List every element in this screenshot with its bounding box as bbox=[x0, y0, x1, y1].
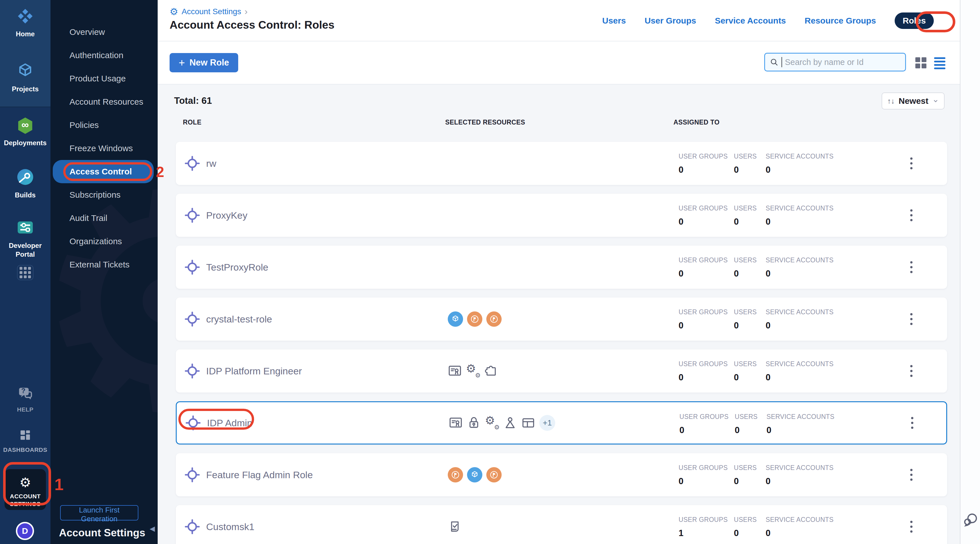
rail-label-help: HELP bbox=[17, 406, 33, 413]
row-menu-button[interactable] bbox=[907, 518, 915, 536]
cube-icon bbox=[16, 62, 34, 81]
feature-flag-resource-icon bbox=[448, 467, 463, 482]
subnav-items: OverviewAuthenticationProduct UsageAccou… bbox=[51, 0, 158, 276]
rail-item-module-picker[interactable] bbox=[0, 265, 51, 280]
text-caret bbox=[781, 57, 782, 67]
row-menu-button[interactable] bbox=[907, 362, 915, 380]
ci-circle-icon bbox=[16, 168, 34, 187]
list-view-button[interactable] bbox=[934, 57, 945, 69]
row-menu-button[interactable] bbox=[908, 414, 916, 432]
stat-label: SERVICE ACCOUNTS bbox=[765, 360, 834, 368]
grid-view-button[interactable] bbox=[915, 57, 926, 68]
rail-item-projects[interactable]: Projects bbox=[0, 62, 51, 93]
rail-label-deployments: Deployments bbox=[4, 138, 47, 147]
stat-label: USERS bbox=[734, 360, 757, 368]
subnav-item-policies[interactable]: Policies bbox=[51, 113, 158, 137]
stat-value: 0 bbox=[765, 217, 834, 227]
stat-value: 0 bbox=[734, 165, 757, 175]
role-row-testproxyrole[interactable]: TestProxyRoleUSER GROUPS0USERS0SERVICE A… bbox=[176, 246, 947, 289]
page-header: ⚙ Account Settings › Account Access Cont… bbox=[158, 0, 960, 41]
stat-user-groups: USER GROUPS0 bbox=[679, 153, 728, 175]
subnav-item-organizations[interactable]: Organizations bbox=[51, 230, 158, 253]
subnav-item-access-control[interactable]: Access Control bbox=[53, 160, 154, 183]
rail-item-account-settings[interactable]: ⚙ ACCOUNT SETTINGS bbox=[0, 476, 51, 508]
subnav-item-overview[interactable]: Overview bbox=[51, 21, 158, 44]
sort-dropdown[interactable]: ↑↓ Newest bbox=[881, 92, 945, 110]
row-menu-button[interactable] bbox=[907, 154, 915, 172]
search-icon bbox=[770, 57, 779, 67]
rail-item-dashboards[interactable]: DASHBOARDS bbox=[0, 429, 51, 453]
tab-roles-active[interactable]: Roles bbox=[895, 13, 934, 29]
tab-links: UsersUser GroupsService AccountsResource… bbox=[602, 16, 876, 25]
row-menu-button[interactable] bbox=[907, 310, 915, 328]
tab-user-groups[interactable]: User Groups bbox=[644, 16, 696, 25]
rail-item-help[interactable]: ? HELP bbox=[0, 386, 51, 413]
person-resource-icon bbox=[503, 416, 517, 430]
rail-item-builds[interactable]: Builds bbox=[0, 168, 51, 199]
toolbar: + New Role bbox=[158, 41, 960, 84]
collapse-panel-button[interactable]: ◀ bbox=[148, 522, 157, 535]
role-crosshair-icon bbox=[185, 312, 200, 327]
role-crosshair-icon bbox=[185, 156, 200, 171]
list-view-icon bbox=[934, 57, 945, 69]
total-count: Total: 61 bbox=[174, 95, 212, 106]
role-row-idp-admin[interactable]: IDP Admin⚙⚙+1USER GROUPS0USERS0SERVICE A… bbox=[176, 401, 947, 444]
role-name: crystal-test-role bbox=[206, 314, 272, 325]
role-cell: rw bbox=[185, 142, 216, 185]
certificate-resource-icon bbox=[448, 364, 462, 378]
subnav-item-product-usage[interactable]: Product Usage bbox=[51, 67, 158, 90]
hexagon-infinity-icon: ∞ bbox=[16, 116, 35, 135]
rail-label-developer-portal: Developer Portal bbox=[7, 241, 44, 259]
rail-item-developer-portal[interactable]: Developer Portal bbox=[0, 218, 51, 259]
rail-label-builds: Builds bbox=[15, 191, 35, 199]
home-diamonds-icon bbox=[16, 7, 34, 26]
breadcrumb-account-settings-link[interactable]: Account Settings bbox=[181, 7, 241, 16]
subnav-item-audit-trail[interactable]: Audit Trail bbox=[51, 207, 158, 230]
role-row-rw[interactable]: rwUSER GROUPS0USERS0SERVICE ACCOUNTS0 bbox=[176, 142, 947, 185]
selected-resources-cell bbox=[448, 505, 462, 544]
tab-resource-groups[interactable]: Resource Groups bbox=[805, 16, 876, 25]
help-chat-icon: ? bbox=[17, 386, 34, 402]
role-row-idp-platform-engineer[interactable]: IDP Platform Engineer⚙⚙USER GROUPS0USERS… bbox=[176, 350, 947, 393]
launch-first-generation-button[interactable]: Launch First Generation bbox=[60, 505, 138, 520]
role-crosshair-icon bbox=[185, 519, 200, 534]
new-role-button[interactable]: + New Role bbox=[170, 53, 238, 72]
tab-users[interactable]: Users bbox=[602, 16, 626, 25]
stat-value: 0 bbox=[679, 372, 728, 383]
rail-label-projects: Projects bbox=[12, 84, 39, 93]
stat-service-accounts: SERVICE ACCOUNTS0 bbox=[765, 516, 834, 538]
role-row-crystal-test-role[interactable]: crystal-test-roleUSER GROUPS0USERS0SERVI… bbox=[176, 297, 947, 340]
tab-service-accounts[interactable]: Service Accounts bbox=[715, 16, 786, 25]
user-avatar[interactable]: D bbox=[16, 522, 34, 540]
grid-view-icon bbox=[915, 57, 926, 68]
subnav-item-subscriptions[interactable]: Subscriptions bbox=[51, 183, 158, 207]
role-name: rw bbox=[206, 158, 216, 169]
main-content: ⚙ Account Settings › Account Access Cont… bbox=[158, 0, 960, 544]
rail-item-deployments[interactable]: ∞ Deployments bbox=[0, 116, 51, 147]
row-menu-button[interactable] bbox=[907, 207, 915, 224]
row-menu-button[interactable] bbox=[907, 466, 915, 484]
rail-item-home[interactable]: Home bbox=[0, 7, 51, 38]
stat-service-accounts: SERVICE ACCOUNTS0 bbox=[767, 413, 835, 435]
subnav-item-authentication[interactable]: Authentication bbox=[51, 44, 158, 67]
stat-label: USER GROUPS bbox=[679, 256, 728, 264]
stat-users: USERS0 bbox=[734, 205, 757, 227]
subnav-item-external-tickets[interactable]: External Tickets bbox=[51, 253, 158, 276]
role-cell: crystal-test-role bbox=[185, 297, 272, 340]
subnav-item-freeze-windows[interactable]: Freeze Windows bbox=[51, 137, 158, 160]
role-cell: ProxyKey bbox=[185, 194, 248, 237]
search-input[interactable] bbox=[785, 57, 900, 67]
stat-service-accounts: SERVICE ACCOUNTS0 bbox=[765, 256, 834, 279]
row-menu-button[interactable] bbox=[907, 258, 915, 276]
subnav-item-account-resources[interactable]: Account Resources bbox=[51, 90, 158, 113]
role-row-customsk1[interactable]: Customsk1USER GROUPS1USERS0SERVICE ACCOU… bbox=[176, 505, 947, 544]
selected-resources-cell: ⚙⚙ bbox=[448, 350, 498, 393]
role-row-feature-flag-admin-role[interactable]: Feature Flag Admin RoleUSER GROUPS0USERS… bbox=[176, 453, 947, 496]
gear-icon: ⚙ bbox=[19, 476, 31, 489]
role-row-proxykey[interactable]: ProxyKeyUSER GROUPS0USERS0SERVICE ACCOUN… bbox=[176, 194, 947, 237]
role-cell: Feature Flag Admin Role bbox=[185, 453, 313, 496]
support-chat-button[interactable] bbox=[963, 512, 978, 528]
stat-users: USERS0 bbox=[734, 256, 757, 279]
stat-value: 0 bbox=[734, 320, 757, 331]
stat-users: USERS0 bbox=[734, 308, 757, 331]
